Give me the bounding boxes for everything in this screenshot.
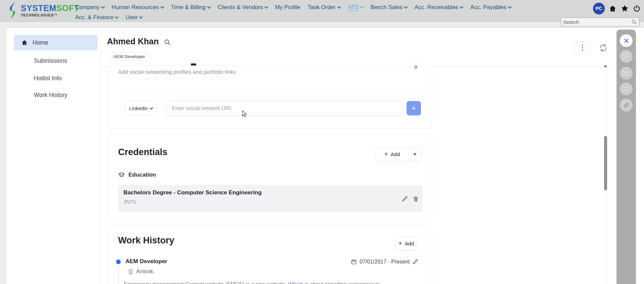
scroll-up-arrow[interactable]: [604, 65, 607, 67]
chevron-down-icon: [139, 15, 143, 18]
work-role: AEM Developer: [125, 258, 167, 265]
chevron-down-icon: [101, 5, 105, 8]
chevron-down-icon: [207, 5, 211, 8]
credentials-card: Credentials + Add Education Bachelors De…: [108, 134, 432, 218]
brand-tagline: TECHNOLOGIES™: [21, 13, 79, 17]
chevron-down-icon: [264, 5, 268, 8]
edit-work-history-icon[interactable]: [412, 258, 419, 265]
menu-acc-receivables[interactable]: Acc. Receivables: [415, 4, 463, 11]
add-work-history-button[interactable]: + Add: [395, 237, 417, 250]
record-sidebar: Home Submissions Hotlist Info Work Histo…: [6, 28, 101, 284]
chevron-down-icon: [460, 5, 464, 8]
logo-bolt-icon: [7, 2, 18, 20]
vertical-scrollbar[interactable]: [603, 64, 608, 284]
copy-link-button[interactable]: [620, 99, 633, 111]
social-url-input[interactable]: [166, 101, 402, 116]
building-icon: [128, 269, 133, 275]
sidebar-item-home[interactable]: Home: [14, 35, 98, 50]
window-icon: [623, 70, 630, 77]
menu-acc-finance[interactable]: Acc. & Finance: [75, 14, 118, 21]
menu-time-billing[interactable]: Time & Billing: [171, 4, 210, 11]
timeline-line: [118, 268, 119, 284]
home-icon: [21, 39, 28, 46]
main-menu: Company Human Resources Time & Billing C…: [75, 0, 528, 22]
global-search: [561, 17, 639, 27]
menu-my-profile[interactable]: My Profile: [275, 4, 301, 11]
search-icon: [631, 19, 637, 25]
top-navbar: SYSTEMSOFT TECHNOLOGIES™ Company Human R…: [0, 0, 644, 22]
sync-button[interactable]: [620, 83, 633, 95]
sidebar-item-hotlist-info[interactable]: Hotlist Info: [14, 70, 98, 86]
power-logout-icon[interactable]: [633, 5, 641, 12]
education-row: Bachelors Degree - Computer Science Engi…: [118, 185, 423, 212]
menu-company[interactable]: Company: [75, 4, 104, 11]
candidate-name-title: Ahmed Khan: [107, 37, 159, 46]
home-icon[interactable]: [609, 5, 616, 12]
divider: [118, 93, 423, 93]
duplicate-window-button[interactable]: [620, 50, 633, 63]
more-options-button[interactable]: [575, 41, 590, 54]
menu-clients-vendors[interactable]: Clients & Vendors: [218, 4, 268, 11]
degree-text: Bachelors Degree - Computer Science Engi…: [123, 189, 262, 196]
menu-human-resources[interactable]: Human Resources: [112, 4, 164, 11]
company-logo[interactable]: SYSTEMSOFT TECHNOLOGIES™: [7, 2, 79, 20]
clipped-heading-remnant: [191, 63, 196, 65]
menu-user[interactable]: User: [125, 14, 142, 21]
chevron-down-icon: [337, 5, 341, 8]
sidebar-item-submissions[interactable]: Submissions: [14, 53, 98, 68]
graduation-cap-icon: [118, 171, 125, 178]
chevron-down-icon: [160, 5, 164, 8]
calendar-icon: [351, 259, 357, 265]
right-toolbar: [616, 30, 636, 284]
close-button[interactable]: [620, 34, 633, 47]
link-icon: [623, 102, 630, 109]
plus-icon: +: [398, 240, 402, 247]
add-credential-dropdown-button[interactable]: [409, 147, 421, 161]
sync-icon: [623, 86, 630, 92]
edit-education-icon[interactable]: [401, 195, 408, 202]
menu-task-order[interactable]: Task Order: [308, 4, 340, 11]
add-social-link-button[interactable]: +: [407, 101, 421, 115]
education-section-label: Education: [118, 171, 156, 178]
institution-text: JNTU: [123, 199, 136, 204]
work-history-title: Work History: [118, 235, 174, 246]
social-networking-card: Add social networking profiles and portf…: [108, 65, 432, 129]
chevron-down-icon: [508, 5, 512, 8]
network-select[interactable]: Linkedin: [125, 101, 157, 115]
social-count-badge: 0: [411, 62, 421, 72]
chevron-down-icon: [404, 5, 408, 8]
timeline-dot: [116, 259, 121, 264]
work-period: 07/01/2017 - Present: [351, 258, 419, 265]
social-subtitle: Add social networking profiles and portf…: [118, 69, 236, 75]
menu-acc-payables[interactable]: Acc. Payables: [470, 4, 511, 11]
chevron-down-icon: [360, 5, 364, 8]
sidebar-item-work-history[interactable]: Work History: [14, 87, 98, 103]
candidate-search-icon[interactable]: [164, 39, 171, 46]
caret-down-icon: [413, 153, 417, 155]
refresh-icon[interactable]: [599, 43, 608, 52]
menu-bench-sales[interactable]: Bench Sales: [371, 4, 407, 11]
work-company: Amtrak.: [128, 269, 155, 275]
open-window-button[interactable]: [620, 67, 633, 80]
favorites-star-icon[interactable]: [621, 4, 629, 13]
chevron-down-icon: [150, 106, 153, 109]
search-input[interactable]: [563, 19, 631, 25]
user-avatar[interactable]: PC: [593, 3, 605, 14]
delete-education-icon[interactable]: [413, 196, 419, 202]
work-history-card: Work History + Add AEM Developer 07/01/2…: [108, 225, 432, 284]
plus-icon: +: [384, 150, 388, 158]
menu-ats[interactable]: ATS: [348, 4, 363, 11]
scrollbar-thumb[interactable]: [604, 136, 607, 190]
close-icon: [623, 38, 630, 44]
add-credential-button[interactable]: + Add: [376, 147, 409, 161]
duplicate-window-icon: [623, 53, 630, 60]
brand-name: SYSTEMSOFT: [21, 4, 79, 12]
credentials-title: Credentials: [118, 147, 167, 157]
chevron-down-icon: [115, 15, 119, 18]
work-description: Emergency management Content website (EM…: [124, 281, 419, 284]
role-chip: AEM Developer: [108, 52, 151, 61]
content-panel: Home Submissions Hotlist Info Work Histo…: [6, 28, 644, 284]
